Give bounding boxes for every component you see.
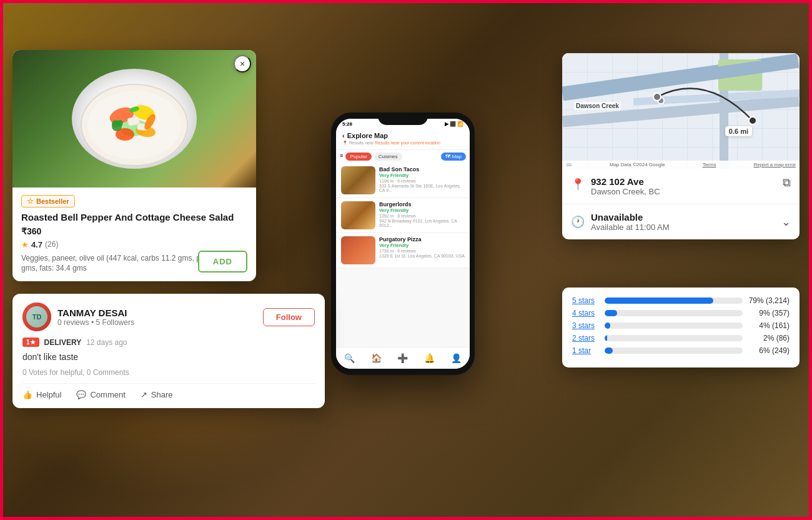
map-pin-end — [750, 117, 757, 124]
status-icons: ▶ ⬛ 📶 — [445, 121, 463, 127]
report-link[interactable]: Report a map error — [753, 162, 796, 168]
add-nav-icon[interactable]: ➕ — [397, 353, 408, 363]
share-label: Share — [151, 390, 173, 399]
4-star-bar-fill — [605, 310, 617, 316]
map-card: Dawson Creek 0.6 mi ⌨️ Map Data ©2024 Go… — [562, 53, 800, 239]
open-status: Unavailable — [591, 212, 775, 222]
review-timestamp: 12 days ago — [86, 338, 127, 347]
map-city-label: Dawson Creek — [574, 102, 621, 110]
5-star-bar-fill — [605, 298, 713, 304]
phone-notch — [378, 112, 428, 125]
rating-row-4: 4 stars 9% (357) — [572, 309, 790, 318]
review-text: don't like taste — [22, 352, 315, 362]
hours-info: Unavailable Available at 11:00 AM — [591, 212, 775, 232]
restaurant-address: 333 S Alameda St Ste 160E, Los Angeles, … — [379, 184, 465, 192]
1-star-label[interactable]: 1 star — [572, 346, 598, 355]
5-star-label[interactable]: 5 stars — [572, 296, 598, 305]
2-star-bar-bg — [605, 335, 743, 341]
reviewer-avatar: TD — [22, 302, 51, 331]
follow-button[interactable]: Follow — [263, 308, 315, 326]
status-time: 5:28 — [342, 121, 352, 127]
rating-row-5: 5 stars 79% (3,214) — [572, 296, 790, 305]
4-star-label[interactable]: 4 stars — [572, 309, 598, 318]
ratings-card: 5 stars 79% (3,214) 4 stars 9% (357) 3 s… — [562, 288, 800, 368]
location-text: 932 102 Ave Dawson Creek, BC — [591, 176, 776, 196]
list-item[interactable]: Bad Son Tacos Very Friendly 1108 m · 6 r… — [336, 163, 470, 198]
1-star-pct: 6% (249) — [749, 346, 790, 355]
reviewer-info: TANMAY DESAI 0 reviews • 5 Followers — [57, 308, 257, 327]
5-star-pct: 79% (3,214) — [749, 296, 790, 305]
helpful-label: Helpful — [36, 390, 61, 399]
close-button[interactable]: × — [234, 55, 251, 72]
bestseller-star-icon: ☆ — [27, 197, 34, 206]
reviewer-stats: 0 reviews • 5 Followers — [57, 318, 257, 327]
restaurant-image — [341, 236, 375, 264]
google-attribution-bar: ⌨️ Map Data ©2024 Google Terms Report a … — [562, 161, 800, 169]
popular-filter-chip[interactable]: Popular — [345, 152, 372, 161]
thumbs-up-icon: 👍 — [22, 390, 32, 399]
order-type-label: DELIVERY — [44, 338, 82, 347]
restaurant-image — [341, 201, 375, 229]
map-data-label: Map Data ©2024 Google — [610, 162, 665, 168]
restaurant-name: Burgerlords — [379, 201, 465, 208]
terms-link[interactable]: Terms — [703, 162, 716, 168]
restaurant-image — [341, 166, 375, 194]
restaurant-distance: 1736 m · 6 reviews — [379, 249, 465, 253]
city-province: Dawson Creek, BC — [591, 187, 776, 196]
expand-hours-icon[interactable]: ⌄ — [781, 215, 791, 229]
food-name: Roasted Bell Pepper And Cottage Cheese S… — [21, 211, 247, 224]
bell-nav-icon[interactable]: 🔔 — [424, 353, 435, 363]
comment-label: Comment — [90, 390, 125, 399]
map-filter-chip[interactable]: 🗺 Map — [441, 152, 466, 161]
restaurant-info: Purgatory Pizza Very Friendly 1736 m · 6… — [379, 236, 465, 264]
app-title-row: ‹ Explore Map — [342, 132, 463, 139]
back-icon[interactable]: ‹ — [342, 132, 345, 139]
1-star-bar-fill — [605, 348, 613, 354]
restaurant-name: Purgatory Pizza — [379, 236, 465, 242]
cuisines-filter-chip[interactable]: Cuisines — [374, 152, 402, 161]
food-rating: ★ 4.7 (26) — [21, 240, 247, 249]
bottom-nav: 🔍 🏠 ➕ 🔔 👤 — [336, 347, 470, 369]
map-distance-badge: 0.6 mi — [725, 126, 752, 136]
home-nav-icon[interactable]: 🏠 — [371, 353, 382, 363]
hours-section: 🕐 Unavailable Available at 11:00 AM ⌄ — [562, 204, 800, 239]
3-star-bar-fill — [605, 322, 610, 329]
clock-icon: 🕐 — [571, 215, 585, 229]
list-item[interactable]: Burgerlords Very Friendly 1392 m · 8 rev… — [336, 198, 470, 233]
search-nav-icon[interactable]: 🔍 — [344, 353, 355, 363]
2-star-label[interactable]: 2 stars — [572, 334, 598, 342]
svg-point-11 — [117, 120, 123, 126]
filter-row: ≡ Popular Cuisines 🗺 Map — [336, 150, 470, 163]
phone-screen: 5:28 ▶ ⬛ 📶 ‹ Explore Map 📍 Results near … — [336, 119, 470, 369]
restaurant-info: Burgerlords Very Friendly 1392 m · 8 rev… — [379, 201, 465, 229]
phone-frame: 5:28 ▶ ⬛ 📶 ‹ Explore Map 📍 Results near … — [331, 112, 475, 375]
bestseller-badge: ☆ Bestseller — [21, 195, 75, 208]
street-address: 932 102 Ave — [591, 176, 776, 187]
comment-button[interactable]: 💬 Comment — [76, 390, 125, 399]
location-subtitle: 📍 Results near Results near your current… — [342, 140, 463, 146]
star-icon: ★ — [21, 240, 29, 249]
4-star-pct: 9% (357) — [749, 309, 790, 318]
map-area: Dawson Creek 0.6 mi ⌨️ Map Data ©2024 Go… — [562, 53, 800, 169]
list-item[interactable]: Purgatory Pizza Very Friendly 1736 m · 6… — [336, 233, 470, 268]
2-star-pct: 2% (86) — [749, 334, 790, 342]
review-votes: 0 Votes for helpful, 0 Comments — [22, 368, 315, 377]
app-header: ‹ Explore Map 📍 Results near Results nea… — [336, 129, 470, 150]
location-info-section: 📍 932 102 Ave Dawson Creek, BC ⧉ — [562, 169, 800, 204]
1-star-bar-bg — [605, 348, 743, 354]
3-star-bar-bg — [605, 322, 743, 329]
food-price: ₹360 — [21, 226, 247, 236]
location-row: 📍 932 102 Ave Dawson Creek, BC ⧉ — [571, 176, 791, 196]
add-to-cart-button[interactable]: ADD — [198, 251, 247, 272]
profile-nav-icon[interactable]: 👤 — [451, 353, 462, 363]
restaurant-distance: 1108 m · 6 reviews — [379, 179, 465, 183]
restaurant-info: Bad Son Tacos Very Friendly 1108 m · 6 r… — [379, 166, 465, 194]
review-card: TD TANMAY DESAI 0 reviews • 5 Followers … — [12, 294, 325, 408]
helpful-button[interactable]: 👍 Helpful — [22, 390, 61, 399]
restaurant-distance: 1392 m · 8 reviews — [379, 214, 465, 218]
share-button[interactable]: ↗ Share — [141, 390, 173, 399]
restaurant-name: Bad Son Tacos — [379, 166, 465, 172]
3-star-label[interactable]: 3 stars — [572, 321, 598, 330]
star-rating-badge: 1★ — [22, 338, 39, 347]
copy-icon[interactable]: ⧉ — [783, 176, 791, 189]
